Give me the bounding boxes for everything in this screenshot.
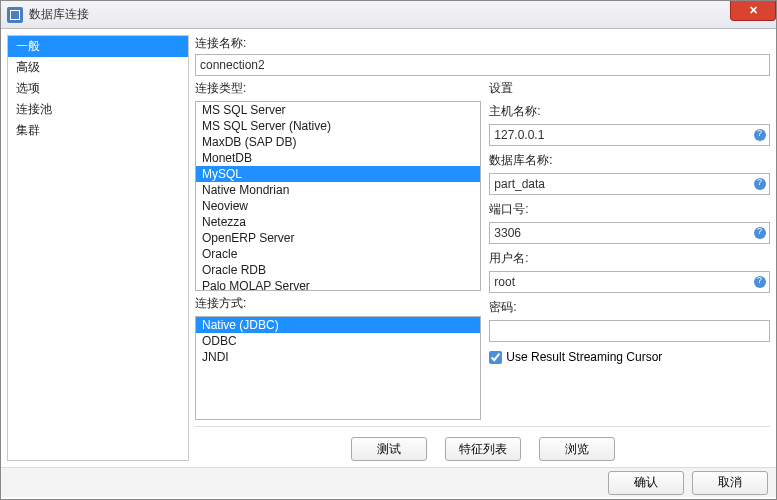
hint-icon[interactable] [754,276,766,288]
type-option[interactable]: Oracle [196,246,480,262]
port-label: 端口号: [489,201,770,218]
connection-type-label: 连接类型: [195,80,481,97]
type-option[interactable]: Palo MOLAP Server [196,278,480,291]
client-area: 一般高级选项连接池集群 连接名称: 连接类型: MS SQL ServerMS … [1,29,776,467]
stream-cursor-label: Use Result Streaming Cursor [506,350,662,364]
port-input[interactable] [489,222,770,244]
type-option[interactable]: MS SQL Server (Native) [196,118,480,134]
sidebar-item[interactable]: 连接池 [8,99,188,120]
category-sidebar[interactable]: 一般高级选项连接池集群 [7,35,189,461]
sidebar-item[interactable]: 集群 [8,120,188,141]
dialog-footer: 确认 取消 [1,467,776,497]
main-panel: 连接名称: 连接类型: MS SQL ServerMS SQL Server (… [195,35,770,461]
window-title: 数据库连接 [29,6,89,23]
sidebar-item[interactable]: 高级 [8,57,188,78]
type-option[interactable]: Native Mondrian [196,182,480,198]
host-label: 主机名称: [489,103,770,120]
dialog-window: 数据库连接 一般高级选项连接池集群 连接名称: 连接类型: MS SQL Ser… [0,0,777,500]
connection-name-label: 连接名称: [195,35,770,52]
settings-group-label: 设置 [489,80,770,97]
hint-icon[interactable] [754,129,766,141]
type-option[interactable]: OpenERP Server [196,230,480,246]
connection-name-input[interactable] [195,54,770,76]
cancel-button[interactable]: 取消 [692,471,768,495]
ok-button[interactable]: 确认 [608,471,684,495]
password-input[interactable] [489,320,770,342]
hint-icon[interactable] [754,227,766,239]
browse-button[interactable]: 浏览 [539,437,615,461]
titlebar[interactable]: 数据库连接 [1,1,776,29]
db-input[interactable] [489,173,770,195]
type-option[interactable]: MonetDB [196,150,480,166]
connection-type-list[interactable]: MS SQL ServerMS SQL Server (Native)MaxDB… [195,101,481,291]
user-input[interactable] [489,271,770,293]
type-option[interactable]: Neoview [196,198,480,214]
type-option[interactable]: MySQL [196,166,480,182]
access-label: 连接方式: [195,295,481,312]
db-label: 数据库名称: [489,152,770,169]
host-input[interactable] [489,124,770,146]
stream-cursor-checkbox[interactable] [489,351,502,364]
type-option[interactable]: MS SQL Server [196,102,480,118]
password-label: 密码: [489,299,770,316]
close-button[interactable] [730,1,776,21]
access-option[interactable]: Native (JDBC) [196,317,480,333]
app-icon [7,7,23,23]
type-option[interactable]: MaxDB (SAP DB) [196,134,480,150]
features-button[interactable]: 特征列表 [445,437,521,461]
type-option[interactable]: Oracle RDB [196,262,480,278]
user-label: 用户名: [489,250,770,267]
test-button[interactable]: 测试 [351,437,427,461]
separator [195,426,770,427]
type-option[interactable]: Netezza [196,214,480,230]
access-option[interactable]: JNDI [196,349,480,365]
sidebar-item[interactable]: 选项 [8,78,188,99]
access-list[interactable]: Native (JDBC)ODBCJNDI [195,316,481,420]
sidebar-item[interactable]: 一般 [8,36,188,57]
hint-icon[interactable] [754,178,766,190]
access-option[interactable]: ODBC [196,333,480,349]
